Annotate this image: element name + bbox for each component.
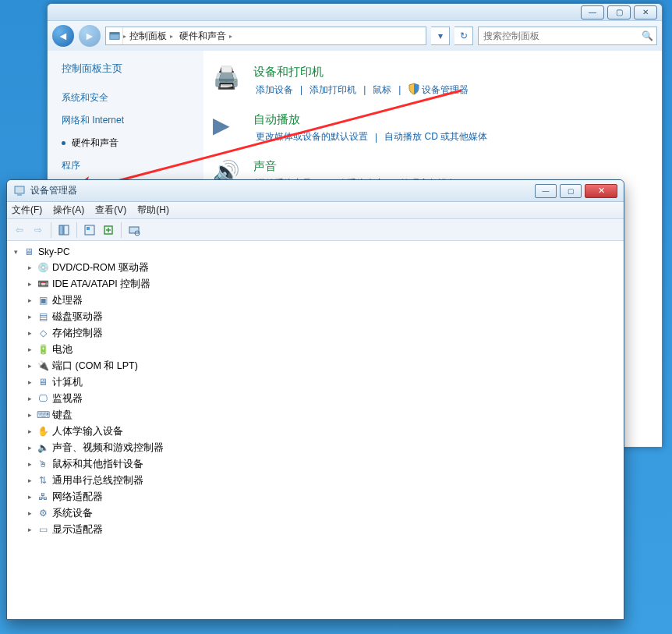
category-link[interactable]: 添加设备 <box>253 83 295 97</box>
sidebar-item[interactable]: 网络和 Internet <box>54 109 197 132</box>
category-link[interactable]: 自动播放 CD 或其他媒体 <box>382 130 490 143</box>
dm-menubar: 文件(F)操作(A)查看(V)帮助(H) <box>7 202 624 219</box>
tree-node[interactable]: 🖥计算机 <box>9 374 622 391</box>
device-category-icon: 🔈 <box>37 442 49 455</box>
device-category-icon: 🖧 <box>37 491 49 504</box>
expand-toggle-icon[interactable] <box>26 441 34 455</box>
cp-sidebar-title[interactable]: 控制面板主页 <box>62 62 189 76</box>
tree-node[interactable]: ▭显示适配器 <box>9 522 622 538</box>
sidebar-item[interactable]: 程序 <box>54 154 197 177</box>
tree-node[interactable]: 🖱鼠标和其他指针设备 <box>9 456 622 473</box>
expand-toggle-icon[interactable] <box>26 260 34 275</box>
category-link[interactable]: 添加打印机 <box>307 83 359 97</box>
menu-item[interactable]: 帮助(H) <box>137 204 169 217</box>
tree-node[interactable]: ▣处理器 <box>9 292 622 309</box>
nav-forward-button[interactable]: ► <box>79 25 101 47</box>
tree-node[interactable]: ⇅通用串行总线控制器 <box>9 473 622 489</box>
dm-close-button[interactable]: ✕ <box>585 184 617 198</box>
cp-minimize-button[interactable]: — <box>581 5 604 19</box>
breadcrumb-root[interactable]: 控制面板▸ <box>126 30 176 43</box>
category-icon: ▶ <box>213 112 244 140</box>
menu-item[interactable]: 文件(F) <box>12 204 42 217</box>
search-box[interactable]: 🔍 <box>478 27 657 45</box>
tree-node-label: 通用串行总线控制器 <box>52 473 143 488</box>
tree-node-label: 存储控制器 <box>52 326 103 341</box>
tree-root[interactable]: 🖥 Sky-PC <box>9 244 622 260</box>
dm-minimize-button[interactable]: — <box>535 184 557 198</box>
expand-toggle-icon[interactable] <box>12 248 19 256</box>
computer-icon: 🖥 <box>23 246 35 258</box>
expand-toggle-icon[interactable] <box>26 310 34 324</box>
search-icon[interactable]: 🔍 <box>638 30 656 41</box>
expand-toggle-icon[interactable] <box>26 277 34 292</box>
expand-toggle-icon[interactable] <box>26 490 34 505</box>
tool-properties-button[interactable] <box>80 221 99 239</box>
expand-toggle-icon[interactable] <box>26 424 34 439</box>
sidebar-item[interactable]: 系统和安全 <box>54 87 197 109</box>
search-input[interactable] <box>479 30 638 41</box>
category-link[interactable]: 更改媒体或设备的默认设置 <box>253 130 370 143</box>
tool-scan-button[interactable] <box>125 221 143 239</box>
tool-show-hide-button[interactable] <box>55 221 73 239</box>
expand-toggle-icon[interactable] <box>26 522 34 537</box>
expand-toggle-icon[interactable] <box>26 342 34 357</box>
category-link[interactable]: 鼠标 <box>370 83 394 97</box>
menu-item[interactable]: 查看(V) <box>95 204 126 217</box>
tree-node-label: 磁盘驱动器 <box>52 310 103 324</box>
menu-item[interactable]: 操作(A) <box>53 204 84 217</box>
expand-toggle-icon[interactable] <box>26 375 34 390</box>
sidebar-item[interactable]: 硬件和声音 <box>54 132 197 154</box>
category-title[interactable]: 声音 <box>253 159 459 174</box>
cp-titlebar: — ▢ ✕ <box>48 4 662 21</box>
breadcrumb-dropdown-button[interactable]: ▾ <box>431 27 450 45</box>
breadcrumb[interactable]: ▸ 控制面板▸ 硬件和声音▸ <box>105 27 426 45</box>
category: 🖨️设备和打印机添加设备|添加打印机|鼠标|设备管理器 <box>213 65 653 97</box>
tree-node[interactable]: ✋人体学输入设备 <box>9 423 622 440</box>
tree-node-label: 显示适配器 <box>52 522 103 537</box>
cp-close-button[interactable]: ✕ <box>634 5 657 19</box>
tree-node[interactable]: 🔋电池 <box>9 342 622 358</box>
svg-rect-6 <box>64 225 69 235</box>
device-category-icon: 💿 <box>37 262 49 274</box>
category-link-shield[interactable]: 设备管理器 <box>405 83 471 97</box>
tree-node[interactable]: 💿DVD/CD-ROM 驱动器 <box>9 260 622 276</box>
tree-node[interactable]: 📼IDE ATA/ATAPI 控制器 <box>9 276 622 292</box>
device-category-icon: ✋ <box>37 426 49 438</box>
breadcrumb-leaf[interactable]: 硬件和声音▸ <box>176 30 235 43</box>
category-icon: 🖨️ <box>213 65 244 93</box>
tool-update-button[interactable] <box>99 221 118 239</box>
svg-rect-10 <box>129 227 139 233</box>
tree-node[interactable]: 🔈声音、视频和游戏控制器 <box>9 440 622 456</box>
dm-maximize-button[interactable]: ▢ <box>560 184 582 198</box>
nav-back-button[interactable]: ◄ <box>52 25 74 47</box>
device-category-icon: 🖥 <box>37 377 49 389</box>
tool-forward-button[interactable]: ⇨ <box>29 221 48 239</box>
expand-toggle-icon[interactable] <box>26 293 34 308</box>
refresh-button[interactable]: ↻ <box>454 27 473 45</box>
expand-toggle-icon[interactable] <box>26 391 34 406</box>
category-title[interactable]: 自动播放 <box>253 112 490 127</box>
tree-node[interactable]: 🔌端口 (COM 和 LPT) <box>9 358 622 374</box>
tree-node[interactable]: ◇存储控制器 <box>9 325 622 342</box>
dm-tree[interactable]: 🖥 Sky-PC 💿DVD/CD-ROM 驱动器📼IDE ATA/ATAPI 控… <box>7 241 624 619</box>
tree-node-label: 网络适配器 <box>52 490 103 505</box>
tree-node-label: 键盘 <box>52 408 73 423</box>
tree-node[interactable]: ⚙系统设备 <box>9 505 622 522</box>
tree-node[interactable]: 🖧网络适配器 <box>9 489 622 505</box>
svg-rect-5 <box>59 225 63 235</box>
category: ▶自动播放更改媒体或设备的默认设置|自动播放 CD 或其他媒体 <box>213 112 653 143</box>
expand-toggle-icon[interactable] <box>26 457 34 472</box>
expand-toggle-icon[interactable] <box>26 408 34 423</box>
tree-node[interactable]: ⌨键盘 <box>9 407 622 423</box>
tool-back-button[interactable]: ⇦ <box>10 221 29 239</box>
device-category-icon: 🖱 <box>37 459 49 471</box>
expand-toggle-icon[interactable] <box>26 359 34 374</box>
category-title[interactable]: 设备和打印机 <box>253 65 471 80</box>
tree-node[interactable]: ▤磁盘驱动器 <box>9 309 622 325</box>
tree-node-label: IDE ATA/ATAPI 控制器 <box>52 277 150 292</box>
expand-toggle-icon[interactable] <box>26 473 34 488</box>
tree-node[interactable]: 🖵监视器 <box>9 391 622 407</box>
expand-toggle-icon[interactable] <box>26 326 34 341</box>
expand-toggle-icon[interactable] <box>26 506 34 521</box>
cp-maximize-button[interactable]: ▢ <box>607 5 631 19</box>
